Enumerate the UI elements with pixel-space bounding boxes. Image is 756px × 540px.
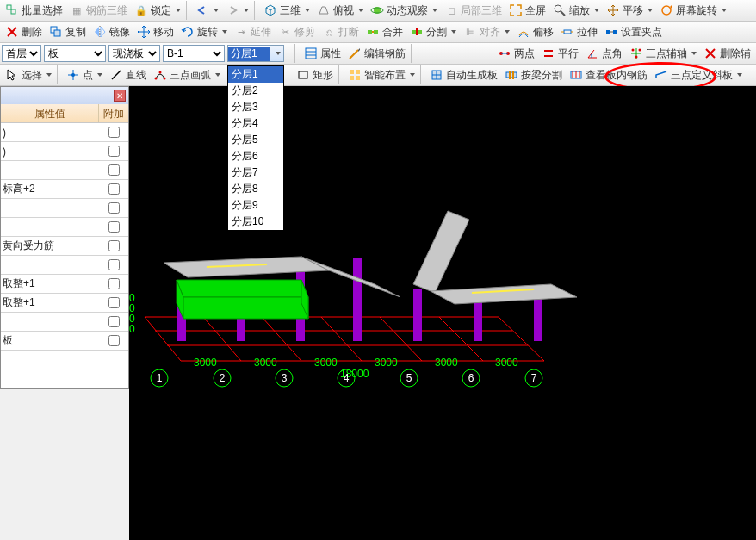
layer-option[interactable]: 分层10 [228,214,283,230]
rect-button[interactable]: 矩形 [293,66,337,84]
point-angle-icon [586,47,599,60]
panel-header[interactable]: ✕ [1,87,128,104]
property-checkbox[interactable] [108,297,120,308]
property-checkbox[interactable] [108,164,120,176]
auto-gen-button[interactable]: 自动生成板 [426,66,501,84]
merge-button[interactable]: 合并 [363,23,406,41]
property-row[interactable] [1,256,128,275]
layer-option[interactable]: 分层3 [228,99,283,115]
delete-aux-icon [703,47,717,60]
property-row[interactable] [1,351,128,369]
property-row[interactable]: 标高+2 [1,180,128,199]
view-slab-rebar-button[interactable]: 查看板内钢筋 [566,66,651,84]
property-checkbox[interactable] [108,259,120,270]
arc-3pt-button[interactable]: 三点画弧 [150,66,224,84]
svg-rect-100 [353,258,362,341]
property-checkbox-cell [99,221,128,233]
pan-button[interactable]: 平移 [603,2,656,20]
lock-button[interactable]: 🔒锁定 [131,2,184,20]
offset-button[interactable]: 偏移 [513,23,557,41]
property-checkbox[interactable] [108,240,120,251]
viewport-3d[interactable]: 3000 3000 3000 3000 3000 3000 18000 0000… [129,86,756,540]
edit-rebar-button[interactable]: 编辑钢筋 [344,45,409,63]
three-pt-slope-button[interactable]: 三点定义斜板 [651,66,746,84]
layer-option[interactable]: 分层2 [228,83,283,99]
property-row[interactable] [1,161,128,180]
select-button[interactable]: 选择 [2,66,55,84]
property-row[interactable] [1,369,128,388]
fullscreen-button[interactable]: 全屏 [505,2,549,20]
property-checkbox[interactable] [108,335,120,346]
property-checkbox[interactable] [108,183,120,195]
perspective-button[interactable]: 俯视 [313,2,367,20]
svg-rect-101 [413,289,422,341]
redo-icon [226,3,239,17]
layer-option[interactable]: 分层9 [228,197,283,214]
svg-rect-54 [506,72,517,78]
property-row[interactable]: 黄向受力筋 [1,237,128,256]
split-icon [410,25,424,39]
layer-option[interactable]: 分层1 [228,66,283,83]
local-3d-button: ◻局部三维 [441,2,505,20]
property-row[interactable] [1,313,128,332]
merge-icon [366,25,380,39]
property-row[interactable]: 取整+1 [1,294,128,313]
set-grip-button[interactable]: 设置夹点 [601,23,666,41]
batch-select-button[interactable]: 批量选择 [2,2,66,20]
split-by-beam-button[interactable]: 按梁分割 [501,66,566,84]
property-checkbox[interactable] [108,221,120,233]
svg-text:3000: 3000 [194,357,217,369]
property-checkbox-cell [99,316,128,327]
property-row[interactable] [1,218,128,237]
layer-option[interactable]: 分层5 [228,132,283,148]
property-checkbox[interactable] [108,278,120,289]
floor-combo[interactable]: 首层 [2,45,41,62]
attributes-button[interactable]: 属性 [301,45,344,63]
property-row[interactable]: ) [1,142,128,161]
property-row[interactable]: 取整+1 [1,275,128,294]
split-button[interactable]: 分割 [406,23,460,41]
copy-button[interactable]: 复制 [46,23,90,41]
property-checkbox[interactable] [108,146,120,157]
layer-option[interactable]: 分层6 [228,148,283,164]
layer-option[interactable]: 分层8 [228,181,283,197]
line-button[interactable]: 直线 [106,66,150,84]
move-icon [137,25,151,39]
property-row[interactable]: ) [1,123,128,142]
move-button[interactable]: 移动 [133,23,177,41]
toolbar-edit: 删除 复制 镜像 移动 旋转 ⇥延伸 ✂修剪 ⎌打断 合并 分割 ⊫对齐 偏移 … [0,22,756,43]
property-checkbox-cell [99,164,128,176]
zoom-button[interactable]: 缩放 [549,2,603,20]
view-3d-button[interactable]: 三维 [260,2,313,20]
mirror-button[interactable]: 镜像 [90,23,133,41]
rotate-button[interactable]: 旋转 [177,23,231,41]
subtype-combo[interactable]: 现浇板 [108,45,160,62]
layer-option[interactable]: 分层4 [228,115,283,132]
element-combo[interactable]: B-1 [163,45,225,62]
smart-layout-button[interactable]: 智能布置 [344,66,418,84]
screen-rotate-button[interactable]: 屏幕旋转 [656,2,730,20]
delete-button[interactable]: 删除 [2,23,46,41]
stretch-button[interactable]: 拉伸 [557,23,601,41]
undo-button[interactable] [192,2,222,19]
layer-option[interactable]: 分层7 [228,164,283,181]
property-checkbox[interactable] [108,202,120,214]
dynamic-observe-button[interactable]: 动态观察 [367,2,441,20]
svg-point-43 [155,78,158,80]
point-button[interactable]: 点 [63,66,106,84]
property-row[interactable]: 板 [1,332,128,351]
layer-combo[interactable]: 分层1 分层1分层2分层3分层4分层5分层6分层7分层8分层9分层10 [227,45,284,62]
close-icon[interactable]: ✕ [114,90,126,102]
point-angle-button[interactable]: 点角 [582,45,626,63]
category-combo[interactable]: 板 [44,45,106,62]
three-point-aux-button[interactable]: 三点辅轴 [626,45,700,63]
delete-aux-button[interactable]: 删除辅 [700,45,754,63]
property-checkbox[interactable] [108,316,120,327]
layer-dropdown[interactable]: 分层1分层2分层3分层4分层5分层6分层7分层8分层9分层10 [227,65,284,231]
parallel-button[interactable]: 平行 [538,45,582,63]
two-point-button[interactable]: 两点 [494,45,538,63]
svg-text:3000: 3000 [314,357,338,369]
property-checkbox[interactable] [108,127,120,138]
svg-text:3000: 3000 [435,357,458,369]
property-row[interactable] [1,199,128,218]
